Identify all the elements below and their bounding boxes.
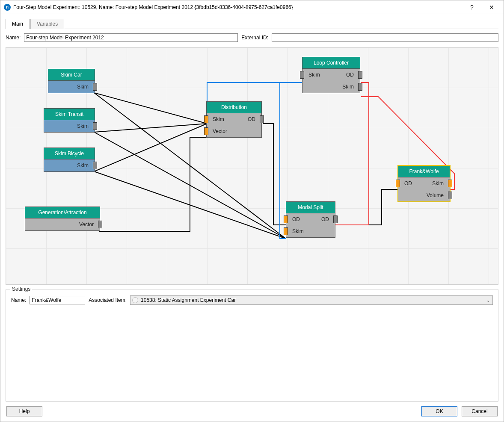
port-label: Vector xyxy=(27,221,94,227)
node-title: Generation/Attraction xyxy=(25,207,100,218)
port-label: Skim xyxy=(292,228,304,234)
port-label: Skim xyxy=(46,162,89,168)
port-label: Skim xyxy=(308,72,320,78)
node-frank-wolfe[interactable]: Frank&Wolfe OD Skim Volume xyxy=(398,165,450,202)
node-loop-controller[interactable]: Loop Controller Skim OD Skim xyxy=(302,57,360,93)
port-out-skim[interactable] xyxy=(358,83,362,91)
button-bar: Help OK Cancel xyxy=(6,406,498,417)
node-title: Skim Car xyxy=(48,69,95,81)
help-button[interactable]: Help xyxy=(6,406,42,416)
node-title: Skim Bicycle xyxy=(44,148,95,159)
node-distribution[interactable]: Distribution Skim OD Vector xyxy=(206,101,262,138)
app-icon: n xyxy=(4,4,11,11)
associated-item-label: Associated Item: xyxy=(89,297,127,303)
port-out-skim[interactable] xyxy=(448,180,452,187)
window-title: Four-Step Model Experiment: 10529, Name:… xyxy=(13,4,461,10)
name-input[interactable] xyxy=(24,33,238,42)
port-in-od[interactable] xyxy=(284,215,288,223)
port-label: Skim xyxy=(213,116,224,122)
port-label: Skim xyxy=(412,180,444,186)
port-out-od[interactable] xyxy=(333,215,338,223)
port-out-skim[interactable] xyxy=(93,83,97,91)
port-label: OD xyxy=(300,216,329,222)
ok-button[interactable]: OK xyxy=(421,406,457,416)
port-in-vector[interactable] xyxy=(204,127,208,135)
node-generation-attraction[interactable]: Generation/Attraction Vector xyxy=(25,207,100,231)
node-title: Loop Controller xyxy=(302,57,360,69)
external-id-input[interactable] xyxy=(272,33,498,42)
port-out-skim[interactable] xyxy=(93,122,97,130)
settings-name-label: Name: xyxy=(11,297,26,303)
port-out-volume[interactable] xyxy=(448,192,452,199)
close-icon[interactable]: ✕ xyxy=(483,4,500,11)
node-skim-car[interactable]: Skim Car Skim xyxy=(48,69,95,93)
port-label: Skim xyxy=(50,84,89,90)
associated-item-select[interactable]: 10538: Static Assignment Experiment Car … xyxy=(130,295,493,305)
node-title: Skim Transit xyxy=(44,109,95,120)
tab-main[interactable]: Main xyxy=(6,19,30,29)
settings-row: Name: Associated Item: 10538: Static Ass… xyxy=(11,295,493,305)
titlebar: n Four-Step Model Experiment: 10529, Nam… xyxy=(0,0,504,14)
port-out-od[interactable] xyxy=(358,71,362,79)
port-label: Skim xyxy=(46,123,89,129)
name-row: Name: External ID: xyxy=(6,33,498,42)
settings-legend: Settings xyxy=(10,286,32,292)
node-modal-split[interactable]: Modal Split OD OD Skim xyxy=(286,201,335,238)
tab-bar: Main Variables xyxy=(6,18,498,29)
port-in-od[interactable] xyxy=(396,180,400,187)
port-in-skim[interactable] xyxy=(300,71,304,79)
settings-fieldset: Settings Name: Associated Item: 10538: S… xyxy=(6,289,498,402)
node-title: Modal Split xyxy=(286,202,335,213)
port-out-skim[interactable] xyxy=(93,162,97,169)
port-out-vector[interactable] xyxy=(98,221,102,228)
node-title: Distribution xyxy=(207,102,261,113)
port-label: OD xyxy=(320,72,354,78)
tab-variables[interactable]: Variables xyxy=(30,19,64,29)
port-out-od[interactable] xyxy=(260,115,264,123)
port-in-skim[interactable] xyxy=(284,227,288,235)
associated-item-value: 10538: Static Assignment Experiment Car xyxy=(141,297,236,303)
node-skim-bicycle[interactable]: Skim Bicycle Skim xyxy=(44,148,95,172)
port-label: Skim xyxy=(304,84,354,90)
external-id-label: External ID: xyxy=(241,35,268,41)
node-skim-transit[interactable]: Skim Transit Skim xyxy=(44,108,95,133)
content-area: Main Variables Name: External ID: xyxy=(0,14,504,422)
port-label: OD xyxy=(292,216,300,222)
cancel-button[interactable]: Cancel xyxy=(462,406,498,416)
node-canvas[interactable]: Skim Car Skim Skim Transit Skim Skim Bic… xyxy=(6,47,498,285)
node-title: Frank&Wolfe xyxy=(398,166,450,177)
port-label: Vector xyxy=(213,128,227,134)
dialog-window: n Four-Step Model Experiment: 10529, Nam… xyxy=(0,0,504,422)
help-icon[interactable]: ? xyxy=(463,4,480,11)
port-label: OD xyxy=(224,116,255,122)
port-label: OD xyxy=(404,180,412,186)
associated-item-icon xyxy=(132,297,138,303)
chevron-down-icon: ⌄ xyxy=(486,298,490,303)
port-in-skim[interactable] xyxy=(204,115,208,123)
name-label: Name: xyxy=(6,35,21,41)
port-label: Volume xyxy=(400,192,444,198)
settings-name-input[interactable] xyxy=(30,296,85,304)
